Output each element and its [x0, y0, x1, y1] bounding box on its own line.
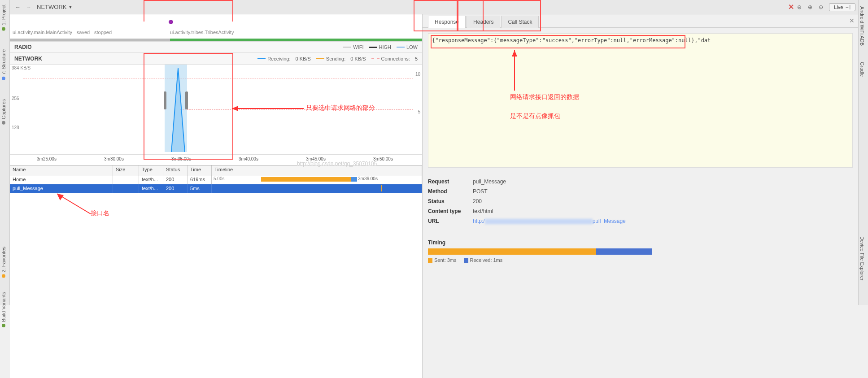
profiler-toolbar: ← → NETWORK▼ ✕ ⊖ ⊕ ⊙ Live→| — [10, 0, 858, 14]
network-legend-receiving: Receiving: 0 KB/S — [257, 56, 311, 61]
radio-section-header: RADIO WIFI HIGH LOW — [10, 41, 422, 53]
svg-line-2 — [57, 194, 91, 214]
detail-status: 200 — [473, 198, 482, 204]
col-status[interactable]: Status — [163, 165, 188, 175]
receiving-spike — [162, 65, 198, 152]
back-button[interactable]: ← — [13, 2, 23, 13]
timing-section: Timing Sent: 3ms Received: 1ms — [428, 239, 853, 263]
timeline-bar-sent — [261, 177, 351, 182]
watermark: http://blog.csdn.net/qq_35070105 — [297, 161, 377, 167]
y-axis-max: 384 KB/S — [12, 65, 31, 70]
col-type[interactable]: Type — [139, 165, 163, 175]
activity-stopped-bar — [10, 39, 170, 41]
timing-received-bar — [596, 248, 652, 255]
tab-callstack[interactable]: Call Stack — [501, 16, 539, 28]
live-button[interactable]: Live→| — [829, 3, 855, 11]
svg-marker-3 — [57, 194, 64, 200]
annotation-text-apiname: 接口名 — [91, 209, 109, 217]
y-axis-right-10: 10 — [415, 72, 420, 77]
timing-title: Timing — [428, 239, 853, 246]
network-legend-sending: Sending: 0 KB/S — [316, 56, 366, 61]
structure-icon — [2, 77, 5, 80]
response-detail-pane: Response Headers Call Stack ✕ {"response… — [423, 14, 858, 378]
reset-zoom-button[interactable]: ⊙ — [816, 2, 826, 13]
network-profiler-pane: ui.activity.main.MainActivity - saved - … — [10, 14, 423, 378]
col-size[interactable]: Size — [113, 165, 139, 175]
live-arrow-icon: →| — [845, 4, 851, 9]
table-header: Name Size Type Status Time Timeline — [10, 165, 422, 175]
y-axis-256: 256 — [12, 96, 19, 101]
build-variants-icon — [2, 324, 5, 328]
touch-event-marker — [169, 20, 173, 24]
col-timeline[interactable]: Timeline — [212, 165, 422, 175]
activity-running-bar — [170, 39, 422, 41]
left-tool-tabs: 1: Project 7: Structure Captures 2: Favo… — [0, 0, 10, 305]
radio-legend-wifi: WIFI — [343, 44, 363, 50]
tab-android-wifi-adb[interactable]: Android WiFi ADB — [859, 2, 866, 48]
activity-label-tribes: ui.activity.tribes.TribesActivity — [170, 30, 234, 35]
detail-request: pull_Message — [473, 178, 506, 185]
col-name[interactable]: Name — [10, 165, 113, 175]
network-section-header: NETWORK Receiving: 0 KB/S Sending: 0 KB/… — [10, 53, 422, 65]
right-tool-tabs: Android WiFi ADB Gradle Device File Expl… — [858, 0, 868, 305]
favorites-icon — [2, 274, 5, 278]
network-legend-connections: Connections: 5 — [371, 56, 418, 61]
tab-build-variants[interactable]: Build Variants — [0, 289, 7, 330]
table-row-selected[interactable]: pull_Message text/h... 200 5ms — [10, 184, 422, 193]
close-detail-button[interactable]: ✕ — [849, 17, 855, 24]
timing-legend-received: Received: 1ms — [464, 257, 503, 263]
zoom-in-button[interactable]: ⊕ — [805, 2, 816, 13]
timeline-bar-recv — [351, 177, 357, 182]
connections-line-upper — [23, 78, 413, 78]
response-tabs: Response Headers Call Stack ✕ — [423, 14, 858, 28]
tab-favorites[interactable]: 2: Favorites — [0, 244, 7, 280]
tab-headers[interactable]: Headers — [467, 16, 500, 28]
connections-line-lower — [180, 109, 413, 110]
radio-title: RADIO — [14, 44, 32, 50]
response-json[interactable]: {"responseMessage":{"messageType":"succe… — [428, 33, 853, 168]
zoom-out-button[interactable]: ⊖ — [794, 2, 805, 13]
timing-legend-sent: Sent: 3ms — [428, 257, 457, 263]
requests-table: Name Size Type Status Time Timeline Home… — [10, 165, 422, 193]
tab-gradle[interactable]: Gradle — [859, 57, 866, 79]
radio-legend-low: LOW — [397, 44, 418, 50]
timing-sent-bar — [428, 248, 596, 255]
col-time[interactable]: Time — [188, 165, 212, 175]
y-axis-128: 128 — [12, 125, 19, 130]
dropdown-icon: ▼ — [68, 5, 72, 9]
request-details: Requestpull_Message MethodPOST Status200… — [428, 177, 853, 226]
network-title: NETWORK — [14, 56, 42, 62]
detail-url[interactable]: http:/pull_Message — [473, 218, 626, 224]
detail-method: POST — [473, 188, 488, 195]
radio-legend-high: HIGH — [369, 44, 391, 50]
tab-structure[interactable]: 7: Structure — [0, 47, 7, 83]
annotation-arrow-apiname — [55, 191, 91, 214]
activity-label-main: ui.activity.main.MainActivity - saved - … — [13, 30, 112, 35]
range-handle-right[interactable] — [185, 91, 188, 109]
forward-button[interactable]: → — [23, 2, 34, 13]
tab-device-file-explorer[interactable]: Device File Explorer — [859, 232, 866, 283]
captures-icon — [2, 121, 5, 125]
timeline-bar-small — [381, 185, 382, 191]
tab-project[interactable]: 1: Project — [0, 2, 7, 33]
url-blurred — [485, 219, 593, 224]
activity-timeline[interactable]: ui.activity.main.MainActivity - saved - … — [10, 14, 422, 41]
network-chart[interactable]: 384 KB/S 256 128 10 5 — [10, 65, 422, 154]
detail-content-type: text/html — [473, 208, 493, 214]
y-axis-right-5: 5 — [418, 109, 420, 114]
project-icon — [2, 27, 5, 30]
table-row[interactable]: Home text/h... 200 619ms 5.00s 3m36.00s — [10, 175, 422, 184]
tab-captures[interactable]: Captures — [0, 96, 7, 127]
tab-response[interactable]: Response — [428, 16, 466, 28]
profiler-title[interactable]: NETWORK▼ — [37, 4, 72, 10]
range-handle-left[interactable] — [164, 91, 166, 109]
close-session-button[interactable]: ✕ — [788, 3, 794, 11]
